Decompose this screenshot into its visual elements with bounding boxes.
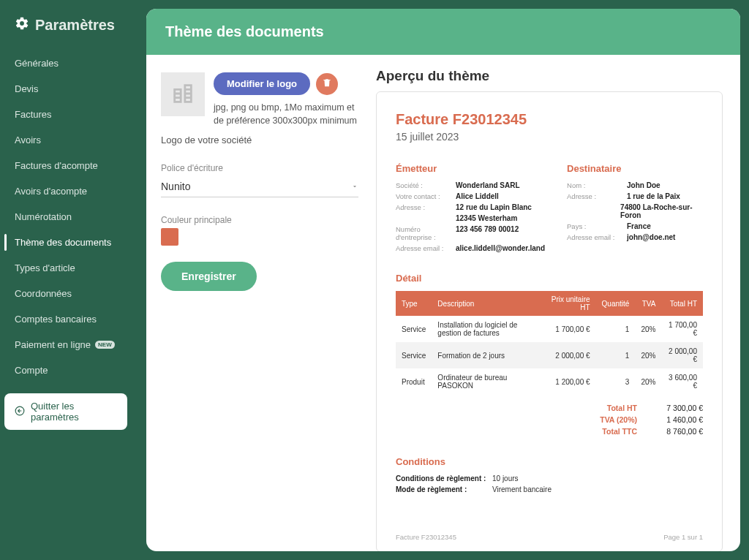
new-badge: NEW <box>95 341 115 349</box>
kv-key <box>396 214 456 222</box>
kv-row: Société :Wonderland SARL <box>396 181 545 189</box>
sidebar-item-label: Types d'article <box>15 262 75 273</box>
sidebar-item-6[interactable]: Numérotation <box>4 204 142 230</box>
delete-logo-button[interactable] <box>316 73 338 95</box>
font-label: Police d'écriture <box>161 163 358 173</box>
kv-value: 12 rue du Lapin Blanc <box>456 203 532 211</box>
cell: 20% <box>635 368 661 395</box>
totals-label: Total TTC <box>579 427 637 436</box>
sidebar-item-10[interactable]: Comptes bancaires <box>4 306 142 332</box>
sidebar-item-11[interactable]: Paiement en ligneNEW <box>4 332 142 357</box>
sender-heading: Émetteur <box>396 163 545 174</box>
col-header: Total HT <box>661 291 703 316</box>
sidebar-title: Paramètres <box>4 16 142 34</box>
kv-row: Votre contact :Alice Liddell <box>396 192 545 200</box>
kv-value: 1 rue de la Paix <box>627 192 680 200</box>
kv-value: Wonderland SARL <box>456 181 520 189</box>
cell: 1 700,00 € <box>544 316 595 342</box>
preview-pane: Aperçu du thème Facture F23012345 15 jui… <box>373 55 740 551</box>
totals-label: Total HT <box>579 404 637 412</box>
sidebar: Paramètres GénéralesDevisFacturesAvoirsF… <box>0 0 146 560</box>
kv-value: 12345 Westerham <box>456 214 517 222</box>
totals-row: Total TTC8 760,00 € <box>396 427 703 436</box>
cell: Formation de 2 jours <box>432 342 544 368</box>
col-header: Type <box>396 291 432 316</box>
doc-footer-left: Facture F23012345 <box>396 533 456 541</box>
quit-label: Quitter les paramètres <box>31 401 117 423</box>
cell: 20% <box>635 316 661 342</box>
cell: Ordinateur de bureau PASOKON <box>432 368 544 395</box>
kv-key: Votre contact : <box>396 192 456 200</box>
primary-color-swatch[interactable] <box>161 228 178 246</box>
save-button[interactable]: Enregistrer <box>161 262 257 291</box>
sidebar-item-label: Avoirs d'acompte <box>15 186 87 197</box>
color-label: Couleur principale <box>161 215 358 225</box>
sidebar-item-label: Avoirs <box>15 135 41 145</box>
kv-row: Nom :John Doe <box>567 181 703 189</box>
cell: Service <box>396 316 432 342</box>
sidebar-item-5[interactable]: Avoirs d'acompte <box>4 178 142 204</box>
kv-key: Mode de règlement : <box>396 485 492 493</box>
kv-value: John Doe <box>627 181 660 189</box>
kv-row: 12345 Westerham <box>396 214 545 222</box>
gear-icon <box>15 16 29 34</box>
document-preview: Facture F23012345 15 juillet 2023 Émette… <box>376 91 723 551</box>
theme-form: Modifier le logo jpg, png ou bmp, 1Mo ma… <box>146 55 373 551</box>
cell: 1 <box>596 342 636 368</box>
kv-key <box>567 203 620 219</box>
sidebar-item-label: Générales <box>15 58 59 69</box>
sender-block: Émetteur Société :Wonderland SARLVotre c… <box>396 163 545 255</box>
table-row: ProduitOrdinateur de bureau PASOKON1 200… <box>396 368 703 395</box>
sidebar-item-3[interactable]: Avoirs <box>4 127 142 153</box>
quit-settings-button[interactable]: Quitter les paramètres <box>4 393 127 430</box>
sidebar-item-label: Comptes bancaires <box>15 314 97 325</box>
kv-key: Nom : <box>567 181 627 189</box>
kv-row: Adresse email :john@doe.net <box>567 233 703 241</box>
cell: 2 000,00 € <box>544 342 595 368</box>
kv-key: Conditions de règlement : <box>396 474 492 483</box>
col-header: Description <box>432 291 544 316</box>
totals-value: 8 760,00 € <box>650 427 703 436</box>
table-row: ServiceInstallation du logiciel de gesti… <box>396 316 703 342</box>
recipient-block: Destinataire Nom :John DoeAdresse :1 rue… <box>567 163 703 255</box>
sidebar-item-12[interactable]: Compte <box>4 357 142 383</box>
cell: 3 <box>596 368 636 395</box>
sidebar-item-7[interactable]: Thème des documents <box>4 230 142 255</box>
totals-row: Total HT7 300,00 € <box>396 404 703 412</box>
detail-table: TypeDescriptionPrix unitaire HTQuantitéT… <box>396 291 703 395</box>
building-icon <box>170 81 195 108</box>
cell: Service <box>396 342 432 368</box>
sidebar-item-9[interactable]: Coordonnées <box>4 281 142 306</box>
font-select[interactable]: Nunito <box>161 176 358 197</box>
cell: 20% <box>635 342 661 368</box>
font-value: Nunito <box>161 181 190 192</box>
kv-value: Alice Liddell <box>456 192 499 200</box>
kv-key: Adresse : <box>567 192 627 200</box>
modify-logo-button[interactable]: Modifier le logo <box>214 72 310 95</box>
totals-value: 7 300,00 € <box>650 404 703 412</box>
kv-key: Adresse email : <box>567 233 627 241</box>
kv-value: 123 456 789 00012 <box>456 225 519 241</box>
kv-value: 10 jours <box>492 474 519 483</box>
kv-row: Adresse email :alice.liddell@wonder.land <box>396 244 545 252</box>
content-card: Thème des documents Modifier le logo <box>146 9 740 551</box>
sidebar-item-2[interactable]: Factures <box>4 102 142 127</box>
kv-value: Virement bancaire <box>492 485 552 493</box>
cell: Installation du logiciel de gestion de f… <box>432 316 544 342</box>
sidebar-item-1[interactable]: Devis <box>4 76 142 102</box>
page-title: Thème des documents <box>146 9 740 55</box>
sidebar-item-4[interactable]: Factures d'acompte <box>4 153 142 178</box>
doc-date: 15 juillet 2023 <box>396 131 703 143</box>
sidebar-item-0[interactable]: Générales <box>4 50 142 76</box>
kv-row: Numéro d'entreprise :123 456 789 00012 <box>396 225 545 241</box>
kv-value: 74800 La-Roche-sur-Foron <box>620 203 703 219</box>
col-header: Prix unitaire HT <box>544 291 595 316</box>
kv-key: Société : <box>396 181 456 189</box>
table-row: ServiceFormation de 2 jours2 000,00 €120… <box>396 342 703 368</box>
cell: 1 <box>596 316 636 342</box>
sidebar-item-label: Compte <box>15 365 48 376</box>
arrow-left-circle-icon <box>15 406 25 418</box>
totals-label: TVA (20%) <box>579 415 637 424</box>
kv-key: Numéro d'entreprise : <box>396 225 456 241</box>
sidebar-item-8[interactable]: Types d'article <box>4 255 142 281</box>
